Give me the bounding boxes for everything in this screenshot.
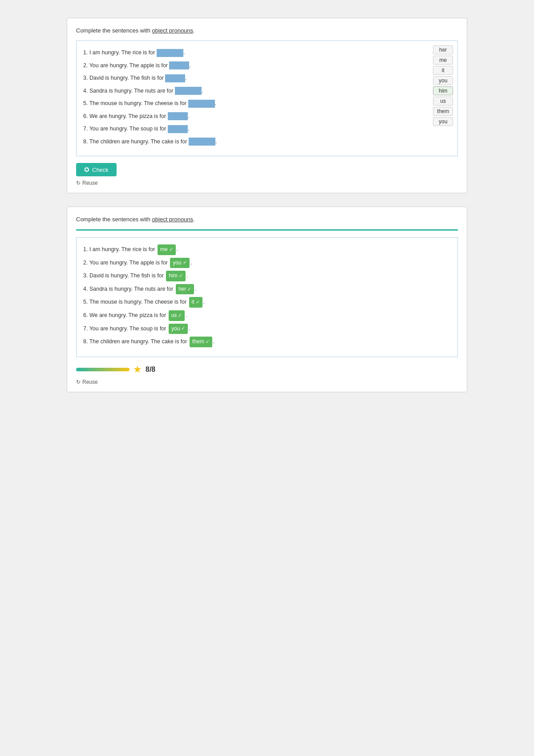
answer-7: you✓ [169,324,188,334]
sentence-row: 1. I am hungry. The rice is for . [83,48,451,58]
sentence-row: 7. You are hungry. The soup is for . [83,124,451,134]
word-chip-us[interactable]: us [433,97,453,106]
blank-6[interactable] [168,112,188,120]
exercise1-sentences-area: 1. I am hungry. The rice is for . 2. You… [76,41,458,156]
sentence-row: 6. We are hungry. The pizza is for . [83,111,451,122]
word-chip-her[interactable]: her [433,45,453,54]
check-button[interactable]: ✪ Check [76,163,117,176]
star-icon: ★ [133,364,142,375]
blank-8[interactable] [189,138,215,146]
sentence-row: 1. I am hungry. The rice is for me✓. [83,244,451,255]
answer-6: us✓ [169,310,185,321]
answer-1: me✓ [158,244,176,255]
score-area: ★ 8/8 [76,364,458,375]
blank-1[interactable] [157,49,183,57]
reuse-link2[interactable]: ↻ Reuse [76,379,458,385]
blank-3[interactable] [165,74,185,82]
sentence-row: 8. The children are hungry. The cake is … [83,337,451,347]
word-chip-it[interactable]: it [433,66,453,75]
exercise2-title: Complete the sentences with object prono… [76,216,458,223]
sentence-row: 4. Sandra is hungry. The nuts are for he… [83,284,451,295]
sentence-row: 6. We are hungry. The pizza is for us✓. [83,310,451,321]
answer-3: him✓ [166,271,185,281]
top-border [76,229,458,231]
blank-4[interactable] [175,87,202,95]
exercise2-sentences-area: 1. I am hungry. The rice is for me✓. 2. … [76,237,458,357]
exercise1-container: Complete the sentences with object prono… [67,18,467,193]
score-bar [76,368,129,371]
exercise2-container: Complete the sentences with object prono… [67,207,467,392]
blank-7[interactable] [168,125,188,133]
sentence-row: 3. David is hungry. The fish is for . [83,73,451,83]
sentence-row: 4. Sandra is hungry. The nuts are for . [83,86,451,96]
sentence-row: 2. You are hungry. The apple is for . [83,61,451,71]
blank-5[interactable] [188,100,215,108]
word-chip-you1[interactable]: you [433,76,453,85]
word-chip-me[interactable]: me [433,56,453,65]
reuse-icon2: ↻ [76,379,81,385]
sentence-row: 5. The mouse is hungry. The cheese is fo… [83,98,451,109]
exercise1-title: Complete the sentences with object prono… [76,27,458,34]
answer-2: you✓ [170,258,189,268]
word-bank: her me it you him us them you [433,45,453,126]
answer-4: her✓ [176,284,194,295]
blank-2[interactable] [169,61,189,69]
check-icon: ✪ [84,166,89,173]
score-text: 8/8 [146,366,155,374]
answer-8: them✓ [190,337,212,347]
reuse-icon: ↻ [76,180,81,186]
sentence-row: 3. David is hungry. The fish is for him✓… [83,271,451,281]
answer-5: it✓ [189,297,202,308]
word-chip-you2[interactable]: you [433,117,453,126]
reuse-link[interactable]: ↻ Reuse [76,180,458,186]
sentence-row: 8. The children are hungry. The cake is … [83,137,451,147]
word-chip-him[interactable]: him [433,86,453,95]
sentence-row: 2. You are hungry. The apple is for you✓… [83,258,451,268]
sentence-row: 5. The mouse is hungry. The cheese is fo… [83,297,451,308]
sentence-row: 7. You are hungry. The soup is for you✓. [83,324,451,334]
word-chip-them[interactable]: them [433,107,453,116]
